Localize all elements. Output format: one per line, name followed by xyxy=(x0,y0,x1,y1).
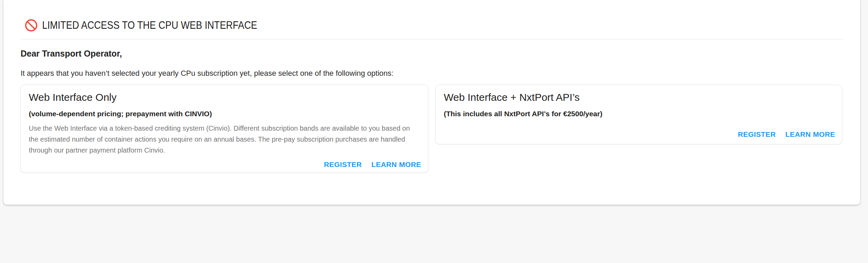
page: LIMITED ACCESS TO THE CPU WEB INTERFACE … xyxy=(0,0,868,263)
card-subtitle: (This includes all NxtPort API’s for €25… xyxy=(444,109,834,118)
block-icon xyxy=(25,19,38,32)
option-card-web-interface-only: Web Interface Only (volume-dependent pri… xyxy=(20,85,428,173)
card-actions: REGISTER LEARN MORE xyxy=(436,125,842,144)
page-title: LIMITED ACCESS TO THE CPU WEB INTERFACE xyxy=(42,19,257,32)
card-subtitle: (volume-dependent pricing; prepayment wi… xyxy=(29,109,420,118)
card-description: Use the Web Interface via a token-based … xyxy=(29,123,420,156)
card-actions: REGISTER LEARN MORE xyxy=(21,156,428,174)
intro-text: It appears that you haven’t selected you… xyxy=(21,69,393,78)
card-title: Web Interface Only xyxy=(29,91,420,104)
header-divider xyxy=(21,39,843,39)
page-header: LIMITED ACCESS TO THE CPU WEB INTERFACE xyxy=(25,19,286,32)
subscription-options: Web Interface Only (volume-dependent pri… xyxy=(20,85,842,173)
register-button[interactable]: REGISTER xyxy=(734,128,779,141)
register-button[interactable]: REGISTER xyxy=(320,158,365,171)
content-panel: LIMITED ACCESS TO THE CPU WEB INTERFACE … xyxy=(3,0,860,205)
learn-more-button[interactable]: LEARN MORE xyxy=(782,128,839,141)
card-title: Web Interface + NxtPort API’s xyxy=(444,91,834,104)
option-card-web-interface-nxtport-apis: Web Interface + NxtPort API’s (This incl… xyxy=(435,85,842,144)
learn-more-button[interactable]: LEARN MORE xyxy=(368,158,425,171)
greeting-text: Dear Transport Operator, xyxy=(21,49,122,59)
